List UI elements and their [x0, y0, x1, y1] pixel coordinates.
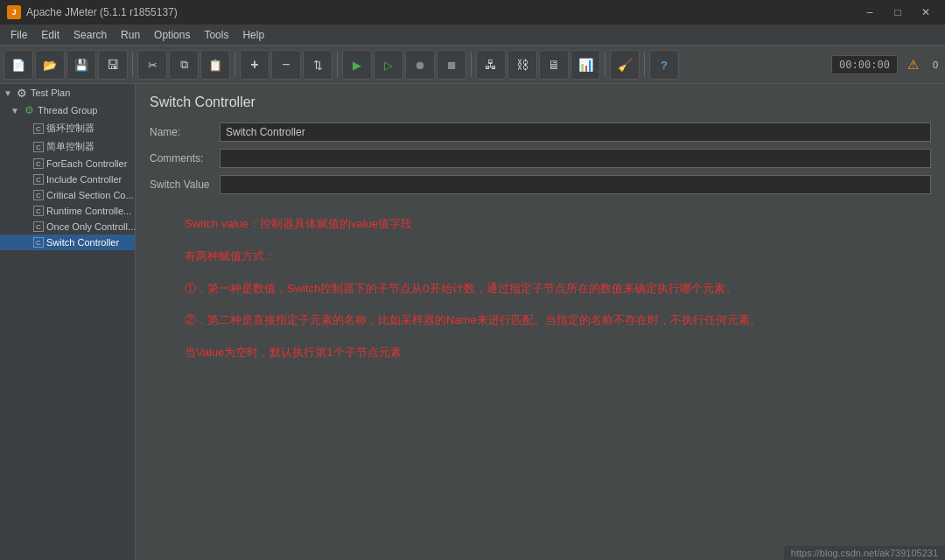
- main-area: ▼ ⚙ Test Plan ▼ ⚙ Thread Group C 循环控制器 C…: [0, 84, 945, 560]
- stop-icon: [415, 58, 426, 72]
- sidebar-item-loop-controller[interactable]: C 循环控制器: [0, 119, 135, 137]
- switch-value-label: Switch Value: [150, 178, 220, 191]
- remote-start-button[interactable]: 🖧: [476, 50, 506, 80]
- monitor-button[interactable]: 🖥: [539, 50, 569, 80]
- toggle-loop: [21, 123, 32, 133]
- content-panel: Switch Controller Name: Comments: Switch…: [136, 84, 945, 560]
- sidebar-label-test-plan: Test Plan: [31, 88, 70, 98]
- clear-icon: 🧹: [618, 58, 633, 72]
- stop-button[interactable]: [405, 50, 435, 80]
- play-icon: [353, 58, 361, 72]
- sidebar-label-runtime: Runtime Controlle...: [46, 206, 131, 216]
- new-button[interactable]: [4, 50, 33, 80]
- minimize-button[interactable]: –: [858, 4, 882, 21]
- add-icon: [250, 57, 258, 73]
- sidebar-item-thread-group[interactable]: ▼ ⚙ Thread Group: [0, 102, 135, 119]
- sidebar-label-simple: 简单控制器: [46, 140, 94, 153]
- menu-bar: File Edit Search Run Options Tools Help: [0, 24, 945, 46]
- sep4: [471, 52, 472, 77]
- shutdown-button[interactable]: [437, 50, 466, 80]
- save-button[interactable]: [66, 50, 96, 80]
- name-input[interactable]: [220, 122, 931, 142]
- remote-stop-button[interactable]: ⛓: [508, 50, 537, 80]
- clear-button[interactable]: 🧹: [610, 50, 640, 80]
- sidebar-item-critical-section[interactable]: C Critical Section Co...: [0, 187, 135, 203]
- menu-file[interactable]: File: [4, 24, 34, 45]
- sidebar-label-switch: Switch Controller: [46, 237, 119, 248]
- run-button[interactable]: [342, 50, 372, 80]
- cut-icon: [148, 58, 158, 72]
- sidebar-item-simple-controller[interactable]: C 简单控制器: [0, 137, 135, 156]
- window-controls: – □ ✕: [858, 4, 938, 21]
- once-only-icon: C: [33, 221, 44, 232]
- foreach-controller-icon: C: [33, 158, 44, 169]
- toggle-foreach: [21, 159, 32, 169]
- open-icon: [43, 58, 57, 72]
- switch-controller-icon: C: [33, 237, 44, 248]
- close-button[interactable]: ✕: [914, 4, 938, 21]
- sep1: [132, 52, 133, 77]
- save-as-button[interactable]: 🖫: [98, 50, 128, 80]
- sidebar-item-foreach-controller[interactable]: C ForEach Controller: [0, 156, 135, 172]
- menu-run[interactable]: Run: [114, 24, 147, 45]
- toggle-include: [21, 175, 32, 185]
- comments-input[interactable]: [220, 149, 931, 168]
- sep5: [605, 52, 606, 77]
- switch-value-row: Switch Value: [150, 175, 931, 194]
- start-icon: [384, 58, 393, 72]
- copy-button[interactable]: [169, 50, 199, 80]
- menu-edit[interactable]: Edit: [34, 24, 66, 45]
- sidebar-item-once-only-controller[interactable]: C Once Only Controll...: [0, 219, 135, 234]
- help-button[interactable]: [649, 50, 679, 80]
- desc-line-3: ①．第一种是数值，Switch控制器下的子节点从0开始计数，通过指定子节点所在的…: [185, 280, 896, 298]
- toggle-icon: [313, 58, 323, 72]
- sidebar-label-loop: 循环控制器: [46, 122, 94, 135]
- report-icon: 📊: [578, 58, 593, 72]
- shutdown-icon: [446, 58, 458, 72]
- sep3: [337, 52, 338, 77]
- switch-value-input[interactable]: [220, 175, 931, 194]
- test-plan-icon: ⚙: [16, 87, 28, 99]
- toggle-button[interactable]: [303, 50, 332, 80]
- sidebar-item-include-controller[interactable]: C Include Controller: [0, 172, 135, 187]
- new-icon: [11, 58, 25, 72]
- sidebar-label-include: Include Controller: [46, 174, 122, 185]
- sidebar-item-test-plan[interactable]: ▼ ⚙ Test Plan: [0, 84, 135, 102]
- desc-line-4: ②．第二种是直接指定子元素的名称，比如采样器的Name来进行匹配。当指定的名称不…: [185, 312, 896, 330]
- comments-row: Comments:: [150, 149, 931, 168]
- simple-controller-icon: C: [33, 142, 44, 152]
- sidebar: ▼ ⚙ Test Plan ▼ ⚙ Thread Group C 循环控制器 C…: [0, 84, 136, 560]
- report-button[interactable]: 📊: [570, 50, 600, 80]
- description-area: Switch value：控制器具体赋值的value值字段 有两种赋值方式： ①…: [150, 215, 931, 362]
- toggle-once-only: [21, 222, 32, 232]
- menu-search[interactable]: Search: [66, 24, 114, 45]
- title-bar: J Apache JMeter (5.1.1 r1855137) – □ ✕: [0, 0, 945, 24]
- sidebar-item-switch-controller[interactable]: C Switch Controller: [0, 234, 135, 250]
- remove-button[interactable]: [271, 50, 301, 80]
- toggle-critical: [21, 191, 32, 200]
- sidebar-label-foreach: ForEach Controller: [46, 158, 127, 169]
- thread-group-icon: ⚙: [23, 104, 35, 116]
- start-no-pause-button[interactable]: [374, 50, 403, 80]
- copy-icon: [180, 57, 188, 72]
- sidebar-item-runtime-controller[interactable]: C Runtime Controlle...: [0, 203, 135, 219]
- desc-line-5: 当Value为空时，默认执行第1个子节点元素: [185, 344, 896, 362]
- menu-tools[interactable]: Tools: [197, 24, 235, 45]
- desc-line-2: 有两种赋值方式：: [185, 248, 896, 266]
- paste-button[interactable]: [200, 50, 230, 80]
- add-button[interactable]: [240, 50, 270, 80]
- save-icon: [74, 58, 88, 72]
- timer-display: 00:00:00: [831, 55, 898, 74]
- sidebar-label-thread-group: Thread Group: [38, 105, 97, 116]
- open-button[interactable]: [35, 50, 65, 80]
- panel-title: Switch Controller: [150, 94, 931, 110]
- paste-icon: [208, 58, 222, 72]
- cut-button[interactable]: [137, 50, 167, 80]
- toggle-runtime: [21, 206, 32, 216]
- menu-options[interactable]: Options: [147, 24, 197, 45]
- menu-help[interactable]: Help: [235, 24, 271, 45]
- name-label: Name:: [150, 126, 220, 138]
- status-url: https://blog.csdn.net/ak739105231: [791, 548, 938, 558]
- maximize-button[interactable]: □: [886, 4, 910, 21]
- critical-section-icon: C: [33, 190, 44, 200]
